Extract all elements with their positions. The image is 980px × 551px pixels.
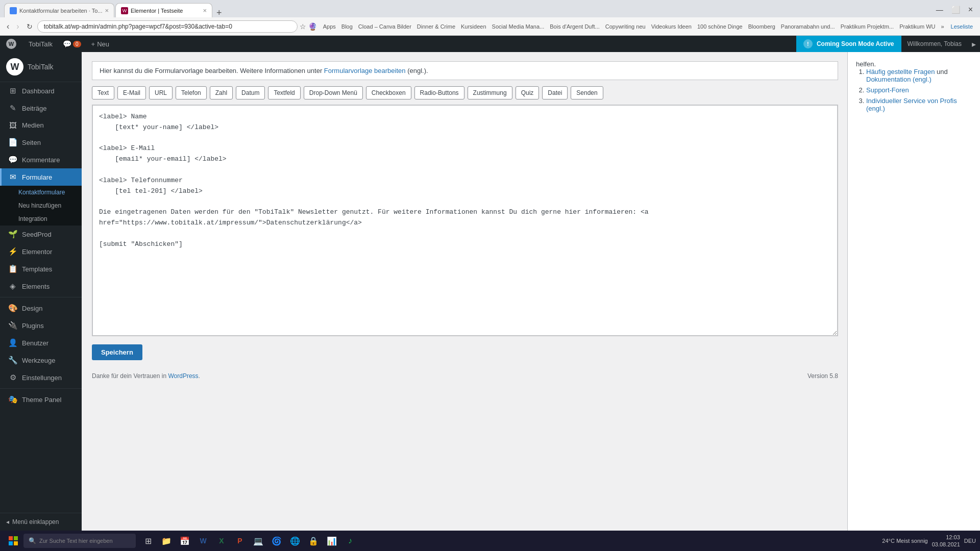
- info-bar: Hier kannst du die Formularvorlage bearb…: [92, 61, 838, 80]
- sidebar-item-elements[interactable]: ◈ Elements: [0, 278, 82, 295]
- sidebar-item-elementor[interactable]: ⚡ Elementor: [0, 243, 82, 260]
- sidebar-item-seiten[interactable]: 📄 Seiten: [0, 134, 82, 151]
- right-panel-intro: helfen.: [856, 60, 972, 68]
- minimize-button[interactable]: —: [933, 5, 946, 15]
- sidebar-item-design[interactable]: 🎨 Design: [0, 299, 82, 317]
- kommentare-icon: 💬: [8, 155, 18, 164]
- tab1-close[interactable]: ×: [105, 7, 109, 14]
- bookmark-panorama[interactable]: Panoramabahn und...: [779, 23, 837, 30]
- browser-tab-2[interactable]: W Elementor | Testseite ×: [115, 3, 212, 17]
- sidebar-item-kommentare[interactable]: 💬 Kommentare: [0, 151, 82, 168]
- sidebar-item-formulare[interactable]: ✉ Formulare: [0, 168, 82, 186]
- tag-quiz[interactable]: Quiz: [516, 86, 540, 99]
- tag-datum[interactable]: Datum: [236, 86, 265, 99]
- tag-telefon[interactable]: Telefon: [176, 86, 207, 99]
- bookmark-video[interactable]: Videokurs Ideen: [649, 23, 694, 30]
- browser-chrome: Kontaktformular bearbeiten · To... × W E…: [0, 0, 980, 36]
- save-section: Speichern: [92, 344, 838, 360]
- docs-link[interactable]: Dokumentation (engl.): [866, 76, 932, 83]
- bookmark-social[interactable]: Social Media Mana...: [490, 23, 547, 30]
- sidebar-item-dashboard[interactable]: ⊞ Dashboard: [0, 82, 82, 99]
- admin-bar-new[interactable]: + Neu: [85, 36, 115, 52]
- tag-email[interactable]: E-Mail: [117, 86, 146, 99]
- bookmark-blog[interactable]: Blog: [339, 23, 355, 30]
- reload-button[interactable]: ↻: [24, 21, 35, 32]
- tag-dropdown[interactable]: Drop-Down Menü: [304, 86, 363, 99]
- bookmark-canva[interactable]: Cload – Canva Bilder: [356, 23, 413, 30]
- wordpress-link[interactable]: WordPress: [168, 372, 198, 380]
- sidebar-sub-item-kontaktformulare[interactable]: Kontaktformulare: [0, 186, 82, 199]
- bookmark-button[interactable]: ☆: [300, 22, 306, 31]
- bookmark-bloomberg[interactable]: Bloomberg: [746, 23, 777, 30]
- tag-zahl[interactable]: Zahl: [210, 86, 233, 99]
- individual-service-link[interactable]: Individueller Service von Profis (engl.): [866, 97, 957, 112]
- sidebar-sub-item-integration[interactable]: Integration: [0, 212, 82, 226]
- maximize-button[interactable]: ⬜: [948, 5, 963, 15]
- bookmark-100[interactable]: 100 schöne Dinge: [695, 23, 745, 30]
- sidebar-item-label-formulare: Formulare: [22, 173, 52, 181]
- bookmark-bois[interactable]: Bois d'Argent Duft...: [548, 23, 601, 30]
- bookmark-kurs[interactable]: Kursideen: [459, 23, 488, 30]
- right-panel-link-2: Support-Foren: [866, 86, 972, 94]
- sidebar-item-medien[interactable]: 🖼 Medien: [0, 117, 82, 134]
- coming-soon-badge[interactable]: ! Coming Soon Mode Active: [796, 36, 901, 52]
- coming-soon-icon: !: [803, 39, 813, 48]
- bookmark-copy[interactable]: Copywriting neu: [603, 23, 648, 30]
- sidebar-item-seedprod[interactable]: 🌱 SeedProd: [0, 226, 82, 243]
- support-link[interactable]: Support-Foren: [866, 86, 909, 94]
- browser-tab-1[interactable]: Kontaktformular bearbeiten · To... ×: [4, 3, 114, 17]
- sidebar-item-label-plugins: Plugins: [22, 322, 44, 330]
- info-bar-link[interactable]: Formularvorlage bearbeiten: [324, 67, 406, 74]
- admin-bar-site-name[interactable]: TobiTalk: [22, 36, 59, 52]
- form-textarea[interactable]: <label> Name [text* your-name] </label> …: [93, 106, 837, 335]
- extensions-button[interactable]: 🔮: [308, 22, 317, 31]
- tab1-label: Kontaktformular bearbeiten · To...: [19, 8, 102, 14]
- faq-link[interactable]: Häufig gestellte Fragen: [866, 68, 935, 76]
- back-button[interactable]: ‹: [4, 21, 12, 32]
- close-button[interactable]: ×: [965, 4, 976, 15]
- sidebar-item-werkzeuge[interactable]: 🔧 Werkzeuge: [0, 352, 82, 369]
- einstellungen-icon: ⚙: [8, 373, 18, 382]
- beitraege-icon: ✎: [8, 104, 18, 113]
- wp-inner: W TobiTalk ⊞ Dashboard ✎ Beiträge 🖼 Medi…: [0, 52, 980, 531]
- url-bar[interactable]: [37, 20, 298, 33]
- sidebar-collapse-button[interactable]: ◂ Menü einklappen: [0, 513, 82, 531]
- info-bar-suffix: (engl.).: [407, 67, 428, 74]
- benutzer-icon: 👤: [8, 338, 18, 347]
- forward-button[interactable]: ›: [14, 21, 21, 32]
- tag-radio[interactable]: Radio-Buttons: [414, 86, 464, 99]
- tab2-close[interactable]: ×: [203, 7, 207, 14]
- sidebar-item-einstellungen[interactable]: ⚙ Einstellungen: [0, 369, 82, 386]
- save-button[interactable]: Speichern: [92, 344, 142, 360]
- elementor-icon: ⚡: [8, 247, 18, 256]
- sidebar-item-theme-panel[interactable]: 🎭 Theme Panel: [0, 391, 82, 408]
- sidebar-item-benutzer[interactable]: 👤 Benutzer: [0, 334, 82, 352]
- bookmark-more[interactable]: »: [939, 23, 946, 30]
- bookmark-apps[interactable]: Apps: [321, 23, 338, 30]
- admin-bar-logo[interactable]: W: [0, 36, 22, 52]
- sidebar-sub-item-neu[interactable]: Neu hinzufügen: [0, 199, 82, 212]
- tag-url[interactable]: URL: [149, 86, 173, 99]
- bookmark-praktikum1[interactable]: Praktikum Projektm...: [839, 23, 896, 30]
- admin-bar-collapse-btn[interactable]: ▸: [968, 36, 980, 52]
- bookmark-dinner[interactable]: Dinner & Crime: [415, 23, 457, 30]
- right-panel: helfen. Häufig gestellte Fragen und Doku…: [847, 52, 980, 531]
- tag-datei[interactable]: Datei: [542, 86, 568, 99]
- sidebar-item-plugins[interactable]: 🔌 Plugins: [0, 317, 82, 334]
- footer: Danke für dein Vertrauen in WordPress. V…: [92, 372, 838, 380]
- sidebar-item-label-design: Design: [22, 305, 42, 312]
- leseliste-button[interactable]: Leseliste: [948, 23, 976, 30]
- dashboard-icon: ⊞: [8, 86, 18, 95]
- bookmark-praktikum2[interactable]: Praktikum WU: [897, 23, 937, 30]
- sidebar-item-templates[interactable]: 📋 Templates: [0, 260, 82, 278]
- tag-textfeld[interactable]: Textfeld: [268, 86, 300, 99]
- new-tab-button[interactable]: +: [213, 8, 225, 17]
- tag-zustimmung[interactable]: Zustimmung: [468, 86, 512, 99]
- admin-bar-notifications[interactable]: 💬 0: [59, 36, 85, 52]
- tag-senden[interactable]: Senden: [571, 86, 603, 99]
- tag-text[interactable]: Text: [92, 86, 114, 99]
- tag-checkboxen[interactable]: Checkboxen: [366, 86, 411, 99]
- sidebar-item-label-kommentare: Kommentare: [22, 156, 60, 164]
- elements-icon: ◈: [8, 282, 18, 291]
- sidebar-item-beitraege[interactable]: ✎ Beiträge: [0, 99, 82, 117]
